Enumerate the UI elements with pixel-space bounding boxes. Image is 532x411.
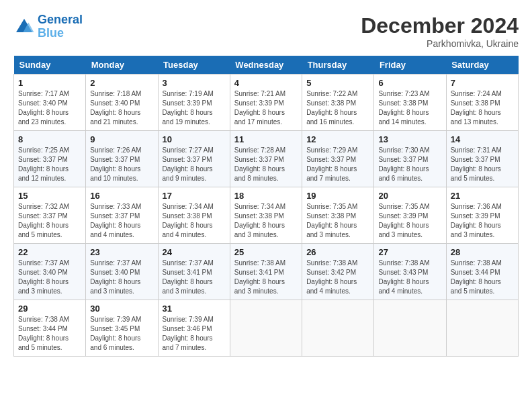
day-info: Sunrise: 7:39 AMSunset: 3:45 PMDaylight:… [90, 315, 153, 353]
day-info: Sunrise: 7:26 AMSunset: 3:37 PMDaylight:… [90, 146, 153, 183]
day-number: 30 [90, 304, 153, 314]
location: Parkhomivka, Ukraine [361, 38, 519, 49]
day-info: Sunrise: 7:33 AMSunset: 3:37 PMDaylight:… [90, 202, 153, 240]
day-number: 23 [90, 247, 153, 257]
calendar-week-row: 22Sunrise: 7:37 AMSunset: 3:40 PMDayligh… [14, 244, 519, 300]
calendar-cell: 23Sunrise: 7:37 AMSunset: 3:40 PMDayligh… [86, 244, 158, 300]
day-info: Sunrise: 7:18 AMSunset: 3:40 PMDaylight:… [90, 89, 153, 127]
day-number: 7 [451, 78, 514, 88]
calendar-cell: 6Sunrise: 7:23 AMSunset: 3:38 PMDaylight… [374, 75, 446, 131]
calendar-cell: 2Sunrise: 7:18 AMSunset: 3:40 PMDaylight… [86, 75, 158, 131]
day-info: Sunrise: 7:28 AMSunset: 3:37 PMDaylight:… [234, 146, 298, 183]
calendar-cell: 26Sunrise: 7:38 AMSunset: 3:42 PMDayligh… [302, 244, 374, 300]
calendar-week-row: 1Sunrise: 7:17 AMSunset: 3:40 PMDaylight… [14, 75, 519, 131]
day-info: Sunrise: 7:29 AMSunset: 3:37 PMDaylight:… [306, 146, 369, 183]
day-info: Sunrise: 7:21 AMSunset: 3:39 PMDaylight:… [234, 89, 298, 127]
day-info: Sunrise: 7:35 AMSunset: 3:38 PMDaylight:… [306, 202, 369, 240]
day-info: Sunrise: 7:37 AMSunset: 3:40 PMDaylight:… [90, 259, 153, 296]
calendar-cell: 21Sunrise: 7:36 AMSunset: 3:39 PMDayligh… [446, 187, 518, 244]
column-header-sunday: Sunday [14, 56, 86, 75]
calendar-cell: 25Sunrise: 7:38 AMSunset: 3:41 PMDayligh… [230, 244, 302, 300]
day-info: Sunrise: 7:24 AMSunset: 3:38 PMDaylight:… [451, 89, 514, 127]
day-info: Sunrise: 7:39 AMSunset: 3:46 PMDaylight:… [163, 315, 226, 353]
day-number: 9 [90, 134, 153, 144]
calendar-cell: 9Sunrise: 7:26 AMSunset: 3:37 PMDaylight… [86, 131, 158, 187]
day-number: 14 [451, 134, 514, 144]
calendar-week-row: 8Sunrise: 7:25 AMSunset: 3:37 PMDaylight… [14, 131, 519, 187]
column-header-friday: Friday [374, 56, 446, 75]
column-header-saturday: Saturday [446, 56, 518, 75]
calendar-cell [302, 300, 374, 357]
logo-text: General Blue [38, 13, 83, 40]
calendar-week-row: 15Sunrise: 7:32 AMSunset: 3:37 PMDayligh… [14, 187, 519, 244]
calendar-cell: 14Sunrise: 7:31 AMSunset: 3:37 PMDayligh… [446, 131, 518, 187]
calendar-cell: 8Sunrise: 7:25 AMSunset: 3:37 PMDaylight… [14, 131, 86, 187]
calendar-cell: 30Sunrise: 7:39 AMSunset: 3:45 PMDayligh… [86, 300, 158, 357]
column-header-tuesday: Tuesday [158, 56, 230, 75]
logo: General Blue [13, 13, 83, 40]
day-number: 12 [306, 134, 369, 144]
day-number: 2 [90, 78, 153, 88]
calendar-cell: 31Sunrise: 7:39 AMSunset: 3:46 PMDayligh… [158, 300, 230, 357]
day-number: 31 [163, 304, 226, 314]
month-title: December 2024 [361, 13, 519, 38]
day-number: 17 [163, 191, 226, 201]
day-number: 19 [306, 191, 369, 201]
day-number: 27 [378, 247, 441, 257]
day-info: Sunrise: 7:27 AMSunset: 3:37 PMDaylight:… [163, 146, 226, 183]
logo-icon [13, 16, 35, 38]
calendar-header-row: SundayMondayTuesdayWednesdayThursdayFrid… [14, 56, 519, 75]
day-number: 4 [234, 78, 298, 88]
day-info: Sunrise: 7:38 AMSunset: 3:42 PMDaylight:… [306, 259, 369, 296]
day-number: 5 [306, 78, 369, 88]
calendar-cell: 27Sunrise: 7:38 AMSunset: 3:43 PMDayligh… [374, 244, 446, 300]
day-info: Sunrise: 7:19 AMSunset: 3:39 PMDaylight:… [163, 89, 226, 127]
day-info: Sunrise: 7:37 AMSunset: 3:40 PMDaylight:… [18, 259, 81, 296]
calendar-cell: 19Sunrise: 7:35 AMSunset: 3:38 PMDayligh… [302, 187, 374, 244]
day-info: Sunrise: 7:36 AMSunset: 3:39 PMDaylight:… [451, 202, 514, 240]
day-info: Sunrise: 7:31 AMSunset: 3:37 PMDaylight:… [451, 146, 514, 183]
calendar-cell [230, 300, 302, 357]
day-number: 11 [234, 134, 298, 144]
calendar-cell: 7Sunrise: 7:24 AMSunset: 3:38 PMDaylight… [446, 75, 518, 131]
column-header-wednesday: Wednesday [230, 56, 302, 75]
calendar-cell: 13Sunrise: 7:30 AMSunset: 3:37 PMDayligh… [374, 131, 446, 187]
calendar-week-row: 29Sunrise: 7:38 AMSunset: 3:44 PMDayligh… [14, 300, 519, 357]
day-info: Sunrise: 7:35 AMSunset: 3:39 PMDaylight:… [378, 202, 441, 240]
day-number: 25 [234, 247, 298, 257]
day-number: 8 [18, 134, 81, 144]
day-number: 26 [306, 247, 369, 257]
day-info: Sunrise: 7:34 AMSunset: 3:38 PMDaylight:… [163, 202, 226, 240]
day-number: 3 [163, 78, 226, 88]
day-number: 24 [163, 247, 226, 257]
column-header-thursday: Thursday [302, 56, 374, 75]
calendar-cell: 11Sunrise: 7:28 AMSunset: 3:37 PMDayligh… [230, 131, 302, 187]
calendar-cell [446, 300, 518, 357]
calendar-cell: 1Sunrise: 7:17 AMSunset: 3:40 PMDaylight… [14, 75, 86, 131]
day-number: 20 [378, 191, 441, 201]
day-number: 29 [18, 304, 81, 314]
day-info: Sunrise: 7:23 AMSunset: 3:38 PMDaylight:… [378, 89, 441, 127]
day-info: Sunrise: 7:38 AMSunset: 3:44 PMDaylight:… [18, 315, 81, 353]
day-number: 1 [18, 78, 81, 88]
calendar-cell: 3Sunrise: 7:19 AMSunset: 3:39 PMDaylight… [158, 75, 230, 131]
column-header-monday: Monday [86, 56, 158, 75]
calendar-cell: 15Sunrise: 7:32 AMSunset: 3:37 PMDayligh… [14, 187, 86, 244]
day-info: Sunrise: 7:32 AMSunset: 3:37 PMDaylight:… [18, 202, 81, 240]
title-block: December 2024 Parkhomivka, Ukraine [361, 13, 519, 49]
day-number: 18 [234, 191, 298, 201]
day-number: 21 [451, 191, 514, 201]
day-info: Sunrise: 7:38 AMSunset: 3:43 PMDaylight:… [378, 259, 441, 296]
calendar-cell: 4Sunrise: 7:21 AMSunset: 3:39 PMDaylight… [230, 75, 302, 131]
day-info: Sunrise: 7:17 AMSunset: 3:40 PMDaylight:… [18, 89, 81, 127]
day-info: Sunrise: 7:38 AMSunset: 3:44 PMDaylight:… [451, 259, 514, 296]
calendar-cell [374, 300, 446, 357]
calendar-cell: 22Sunrise: 7:37 AMSunset: 3:40 PMDayligh… [14, 244, 86, 300]
page-header: General Blue December 2024 Parkhomivka, … [13, 13, 519, 49]
day-number: 16 [90, 191, 153, 201]
calendar-cell: 10Sunrise: 7:27 AMSunset: 3:37 PMDayligh… [158, 131, 230, 187]
day-number: 13 [378, 134, 441, 144]
day-number: 28 [451, 247, 514, 257]
calendar-cell: 16Sunrise: 7:33 AMSunset: 3:37 PMDayligh… [86, 187, 158, 244]
calendar-cell: 24Sunrise: 7:37 AMSunset: 3:41 PMDayligh… [158, 244, 230, 300]
